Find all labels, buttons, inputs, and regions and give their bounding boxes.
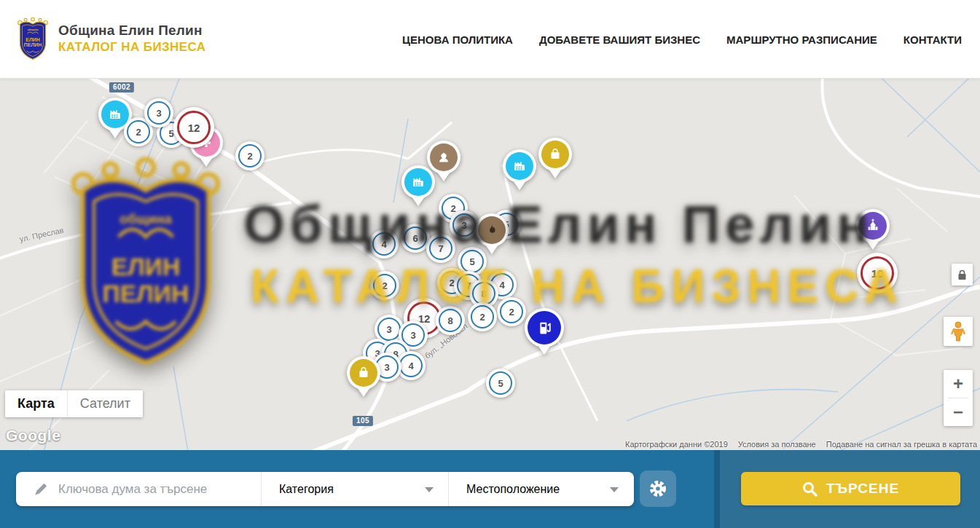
bag-icon [350, 359, 377, 387]
cluster-count: 2 [509, 307, 514, 318]
map-type-control: Карта Сателит [5, 390, 143, 417]
cluster-marker-2[interactable]: 2 [468, 302, 497, 331]
cluster-count: 10 [871, 267, 884, 280]
lock-icon[interactable] [952, 264, 973, 285]
svg-text:ПЕЛИН: ПЕЛИН [24, 43, 42, 48]
search-bar-divider [714, 450, 720, 528]
cluster-count: 2 [450, 203, 455, 214]
svg-text:ЕЛИН: ЕЛИН [26, 37, 39, 42]
cluster-count: 2 [136, 127, 141, 138]
fuel-pin-marker[interactable] [525, 308, 564, 347]
site-subtitle: КАТАЛОГ НА БИЗНЕСА [58, 40, 205, 55]
search-bar: Категория Местоположение ТЪРСЕНЕ [0, 450, 980, 528]
municipality-crest-logo: община ЕЛИН ПЕЛИН [16, 16, 50, 61]
cluster-count: 3 [384, 362, 389, 373]
cluster-count: 2 [247, 151, 252, 162]
cluster-count: 5 [498, 378, 503, 389]
cluster-count: 2 [382, 280, 387, 291]
pencil-icon [34, 482, 48, 497]
cluster-marker-4[interactable]: 4 [369, 229, 399, 259]
cluster-marker-2[interactable]: 2 [235, 141, 264, 170]
factory-icon [101, 101, 129, 128]
brand-text: Община Елин Пелин КАТАЛОГ НА БИЗНЕСА [58, 23, 205, 55]
cluster-marker-7[interactable]: 7 [426, 234, 455, 263]
factory-pin-marker[interactable] [401, 165, 435, 199]
brand[interactable]: община ЕЛИН ПЕЛИН Община Елин Пелин КАТА… [16, 16, 205, 61]
pin-disc [525, 308, 564, 347]
google-logo[interactable]: Google [6, 427, 60, 444]
category-dropdown[interactable]: Категория [261, 472, 448, 506]
nav-item-pricing[interactable]: ЦЕНОВА ПОЛИТИКА [402, 34, 513, 46]
main-nav: ЦЕНОВА ПОЛИТИКАДОБАВЕТЕ ВАШИЯТ БИЗНЕСМАР… [402, 0, 962, 79]
road-number-chip: 6002 [109, 82, 134, 92]
cluster-count: 4 [381, 239, 386, 250]
cluster-count: 12 [188, 122, 200, 134]
cluster-count: 3 [461, 220, 466, 231]
factory-icon [506, 152, 533, 180]
flame-pin-marker[interactable] [475, 213, 509, 247]
fuel-icon [528, 311, 561, 344]
pin-disc [401, 165, 435, 199]
bag-pin-marker[interactable] [538, 138, 572, 171]
church-pin-marker[interactable] [856, 209, 890, 243]
cluster-marker-5[interactable]: 5 [486, 369, 515, 398]
keyword-search-input[interactable] [58, 482, 240, 497]
cluster-count: 7 [438, 243, 443, 254]
map-type-satellite-button[interactable]: Сателит [67, 390, 143, 417]
cluster-marker-3[interactable]: 3 [450, 210, 479, 240]
attribution-link[interactable]: Условия за ползване [738, 440, 816, 449]
cluster-count: 4 [408, 360, 413, 371]
pin-disc [347, 356, 380, 390]
zoom-in-button[interactable]: + [944, 370, 973, 398]
gear-icon [648, 479, 667, 498]
pin-disc [856, 209, 890, 243]
cluster-marker-6[interactable]: 6 [401, 224, 430, 253]
search-button[interactable]: ТЪРСЕНЕ [741, 472, 960, 505]
advanced-settings-button[interactable] [640, 470, 676, 507]
cluster-marker-8[interactable]: 8 [436, 306, 465, 335]
cluster-count: 3 [386, 324, 391, 335]
cluster-marker-10[interactable]: 10 [857, 253, 898, 293]
map-type-map-button[interactable]: Карта [5, 390, 67, 417]
nav-item-add-business[interactable]: ДОБАВЕТЕ ВАШИЯТ БИЗНЕС [539, 34, 700, 46]
bag-icon [541, 141, 569, 168]
location-dropdown-label: Местоположение [466, 483, 560, 496]
search-group: Категория Местоположение [16, 472, 634, 506]
church-icon [859, 212, 887, 240]
category-dropdown-label: Категория [279, 483, 334, 496]
chevron-down-icon [425, 487, 434, 492]
location-dropdown[interactable]: Местоположение [448, 472, 633, 506]
street-view-pegman-icon[interactable] [944, 317, 973, 346]
nav-item-route-schedule[interactable]: МАРШРУТНО РАЗПИСАНИЕ [726, 34, 877, 46]
cluster-count: 3 [410, 330, 415, 341]
cluster-count: 4 [499, 280, 504, 291]
road-number-chip: 105 [353, 416, 373, 426]
flame-icon [478, 216, 506, 244]
nav-item-contacts[interactable]: КОНТАКТИ [903, 34, 962, 46]
cluster-count: 3 [156, 108, 161, 119]
cluster-count: 6 [412, 233, 418, 244]
search-icon [802, 481, 818, 497]
zoom-control: + − [944, 370, 973, 426]
cluster-count: 8 [481, 288, 486, 299]
chevron-down-icon [610, 487, 619, 492]
pin-disc [538, 138, 572, 171]
cluster-marker-2[interactable]: 2 [497, 297, 526, 326]
pin-disc [475, 213, 509, 247]
keyword-segment [16, 472, 261, 506]
cluster-count: 8 [447, 315, 452, 326]
site-title: Община Елин Пелин [58, 23, 205, 39]
bag-pin-marker[interactable] [347, 356, 380, 390]
pin-disc [503, 149, 536, 183]
cluster-marker-2[interactable]: 2 [370, 271, 399, 300]
google-map[interactable]: 6002105ул. Преславбул. „Новосел253122253… [0, 79, 980, 450]
factory-pin-marker[interactable] [503, 149, 536, 183]
cluster-marker-3[interactable]: 3 [144, 98, 173, 127]
cluster-count: 5 [469, 256, 474, 267]
attribution-link[interactable]: Подаване на сигнал за грешка в картата [826, 440, 977, 449]
zoom-out-button[interactable]: − [944, 398, 973, 426]
cluster-marker-12[interactable]: 12 [173, 107, 214, 148]
cluster-count: 2 [479, 312, 485, 323]
svg-text:община: община [28, 28, 39, 31]
attribution-copyright: Картографски данни ©2019 [625, 440, 728, 449]
